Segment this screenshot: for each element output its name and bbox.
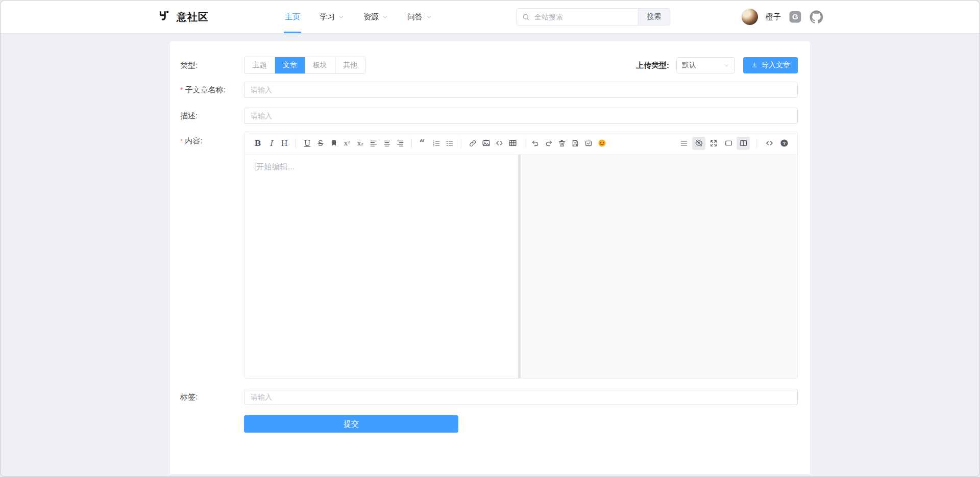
- brand[interactable]: 意社区: [158, 9, 209, 24]
- required-mark: *: [180, 137, 183, 145]
- preview-pane: [521, 155, 797, 378]
- import-article-label: 导入文章: [762, 61, 790, 70]
- user-name[interactable]: 橙子: [766, 12, 781, 22]
- draft-box-icon: [584, 139, 593, 147]
- emoji-button[interactable]: [595, 137, 608, 150]
- user-avatar[interactable]: [742, 9, 758, 25]
- link-icon: [469, 139, 477, 147]
- import-article-button[interactable]: 导入文章: [743, 57, 798, 73]
- split-view-icon: [739, 139, 748, 147]
- unordered-list-button[interactable]: [443, 137, 456, 150]
- split-view-button[interactable]: [737, 137, 750, 150]
- italic-button[interactable]: I: [264, 137, 278, 150]
- ordered-list-icon: 123: [432, 139, 440, 147]
- outline-menu-button[interactable]: [677, 137, 691, 150]
- underline-button[interactable]: U: [301, 137, 314, 150]
- github-icon[interactable]: [810, 10, 823, 24]
- single-column-button[interactable]: [722, 137, 735, 150]
- name-row: * 子文章名称:: [180, 82, 798, 98]
- main-nav: 主页 学习 资源 问答: [275, 1, 442, 33]
- align-left-icon: [370, 139, 378, 147]
- code-button[interactable]: [493, 137, 506, 150]
- help-icon: ?: [780, 139, 789, 147]
- align-right-icon: [396, 139, 404, 147]
- tags-row: 标签:: [180, 389, 798, 405]
- ordered-list-button[interactable]: 123: [430, 137, 443, 150]
- toolbar-divider: [296, 138, 296, 148]
- chevron-down-icon: [723, 62, 729, 68]
- align-center-button[interactable]: [380, 137, 394, 150]
- article-name-input[interactable]: [244, 82, 798, 98]
- preview-off-button[interactable]: [692, 137, 705, 150]
- brand-logo-icon: [158, 9, 171, 24]
- subscript-button[interactable]: x₂: [354, 137, 367, 150]
- top-navbar: 意社区 主页 学习 资源 问答 搜索: [1, 1, 979, 33]
- search-input[interactable]: [517, 9, 638, 25]
- align-center-icon: [383, 139, 391, 147]
- editor-placeholder: 开始编辑...: [256, 162, 295, 171]
- desc-label: 描述:: [180, 111, 244, 121]
- toolbar-divider: [524, 138, 524, 148]
- required-mark: *: [180, 86, 183, 94]
- source-code-button[interactable]: [763, 137, 776, 150]
- chevron-down-icon: [426, 14, 432, 20]
- single-column-icon: [724, 139, 733, 147]
- redo-button[interactable]: [542, 137, 555, 150]
- type-option-topic[interactable]: 主题: [244, 57, 275, 73]
- redo-icon: [545, 139, 553, 147]
- align-right-button[interactable]: [394, 137, 407, 150]
- align-left-button[interactable]: [367, 137, 380, 150]
- bold-button[interactable]: B: [251, 137, 264, 150]
- description-input[interactable]: [244, 108, 798, 124]
- type-row: 类型: 主题 文章 板块 其他 上传类型: 默认 导入文章: [180, 41, 798, 74]
- source-code-icon: [765, 139, 774, 147]
- app-window: 意社区 主页 学习 资源 问答 搜索: [0, 0, 980, 477]
- nav-item-resources[interactable]: 资源: [354, 1, 398, 33]
- heading-button[interactable]: H: [278, 137, 291, 150]
- quote-icon: “: [419, 139, 428, 147]
- quote-button[interactable]: “: [416, 137, 430, 150]
- type-option-board[interactable]: 板块: [305, 57, 335, 73]
- fullscreen-button[interactable]: [707, 137, 720, 150]
- submit-row: 提交: [180, 415, 798, 433]
- nav-label: 资源: [363, 12, 379, 22]
- nav-item-learn[interactable]: 学习: [310, 1, 354, 33]
- chevron-down-icon: [382, 14, 388, 20]
- download-icon: [751, 62, 758, 69]
- table-icon: [508, 139, 517, 147]
- nav-label: 主页: [285, 12, 300, 22]
- nav-item-home[interactable]: 主页: [275, 1, 310, 33]
- menu-icon: [680, 139, 688, 147]
- type-option-other[interactable]: 其他: [335, 57, 365, 73]
- svg-text:G: G: [792, 12, 798, 21]
- help-button[interactable]: ?: [777, 137, 791, 150]
- type-option-article[interactable]: 文章: [275, 57, 305, 73]
- draft-box-button[interactable]: [582, 137, 595, 150]
- save-button[interactable]: [569, 137, 582, 150]
- name-label: * 子文章名称:: [180, 85, 244, 95]
- site-search: 搜索: [517, 8, 670, 26]
- search-icon: [522, 13, 530, 21]
- svg-text:?: ?: [782, 140, 786, 146]
- nav-item-qa[interactable]: 问答: [398, 1, 442, 33]
- link-button[interactable]: [466, 137, 479, 150]
- superscript-button[interactable]: x²: [340, 137, 354, 150]
- tags-input[interactable]: [244, 389, 798, 405]
- strikethrough-button[interactable]: S: [314, 137, 327, 150]
- upload-group: 上传类型: 默认 导入文章: [636, 57, 798, 73]
- editor-input-area[interactable]: 开始编辑...: [244, 155, 518, 378]
- code-icon: [495, 139, 504, 147]
- table-button[interactable]: [506, 137, 519, 150]
- undo-button[interactable]: [529, 137, 542, 150]
- image-button[interactable]: [479, 137, 493, 150]
- post-form-card: 类型: 主题 文章 板块 其他 上传类型: 默认 导入文章: [170, 41, 810, 474]
- gitee-icon[interactable]: G: [789, 10, 802, 23]
- user-cluster: 橙子 G: [742, 9, 823, 25]
- editor-toolbar: B I H U S x² x₂ “ 123: [244, 132, 797, 155]
- upload-type-select[interactable]: 默认: [676, 57, 735, 73]
- search-button[interactable]: 搜索: [638, 9, 670, 25]
- delete-button[interactable]: [555, 137, 569, 150]
- unordered-list-icon: [446, 139, 454, 147]
- submit-button[interactable]: 提交: [244, 415, 458, 433]
- bookmark-button[interactable]: [327, 137, 340, 150]
